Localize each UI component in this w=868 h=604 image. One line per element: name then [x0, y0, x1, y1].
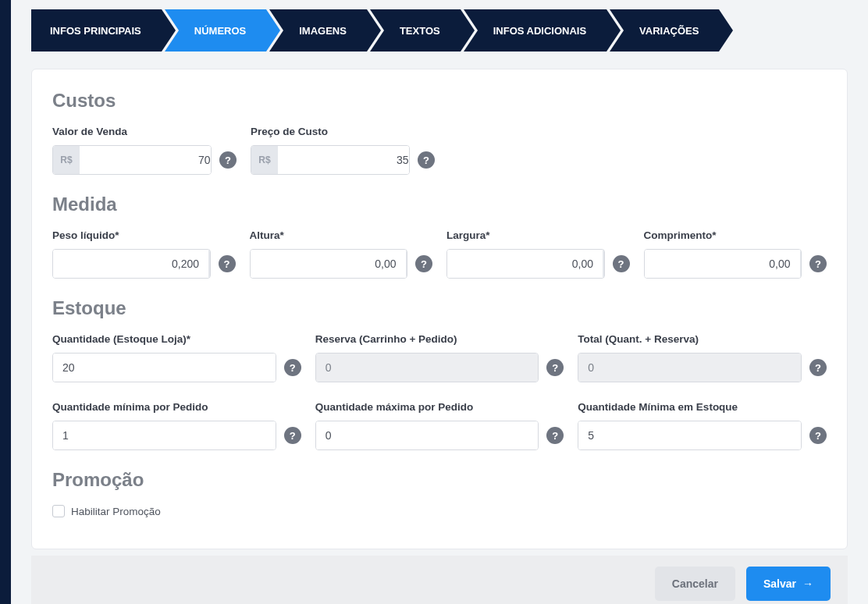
section-title-promocao: Promoção — [52, 469, 827, 491]
save-button[interactable]: Salvar → — [746, 567, 831, 601]
help-icon[interactable]: ? — [284, 359, 301, 376]
cancel-button[interactable]: Cancelar — [655, 567, 735, 601]
input-qtd-max-pedido[interactable] — [316, 421, 539, 449]
input-largura[interactable] — [447, 250, 603, 278]
help-icon[interactable]: ? — [284, 427, 301, 444]
help-icon[interactable]: ? — [219, 151, 237, 169]
arrow-right-icon: → — [802, 577, 813, 590]
label-comprimento: Comprimento* — [644, 229, 827, 241]
step-numeros[interactable]: NÚMEROS — [165, 9, 266, 52]
help-icon[interactable]: ? — [613, 255, 630, 272]
input-total — [578, 354, 801, 382]
input-qtd-min-pedido[interactable] — [53, 421, 276, 449]
unit-suffix-kg: kg — [208, 250, 211, 278]
section-title-estoque: Estoque — [52, 297, 827, 319]
checkbox-habilitar-promocao[interactable]: Habilitar Promoção — [52, 505, 827, 517]
input-comprimento[interactable] — [645, 250, 800, 278]
help-icon[interactable]: ? — [418, 151, 435, 169]
help-icon[interactable]: ? — [219, 255, 236, 272]
help-icon[interactable]: ? — [546, 427, 564, 444]
label-quantidade: Quantidade (Estoque Loja)* — [52, 333, 301, 345]
checkbox-label: Habilitar Promoção — [71, 506, 161, 517]
step-textos[interactable]: TEXTOS — [370, 9, 461, 52]
label-peso: Peso líquido* — [52, 229, 236, 241]
input-quantidade[interactable] — [53, 354, 276, 382]
label-preco-custo: Preço de Custo — [251, 126, 435, 137]
label-qtd-max-pedido: Quantidade máxima por Pedido — [315, 401, 564, 413]
step-infos-principais[interactable]: INFOS PRINCIPAIS — [31, 9, 162, 52]
section-title-medida: Medida — [52, 194, 827, 215]
label-largura: Largura* — [446, 229, 630, 241]
currency-prefix: R$ — [53, 146, 80, 174]
input-preco-custo[interactable] — [278, 146, 410, 174]
label-valor-venda: Valor de Venda — [52, 126, 237, 137]
label-altura: Altura* — [250, 229, 433, 241]
form-footer: Cancelar Salvar → — [31, 556, 848, 604]
input-qtd-min-estoque[interactable] — [578, 421, 801, 449]
help-icon[interactable]: ? — [809, 255, 827, 272]
input-altura[interactable] — [251, 250, 406, 278]
currency-prefix: R$ — [251, 146, 278, 174]
unit-suffix-cm: cm — [800, 250, 802, 278]
form-card: Custos Valor de Venda R$ ? Preço de Cust… — [31, 69, 848, 549]
help-icon[interactable]: ? — [809, 359, 827, 376]
label-reserva: Reserva (Carrinho + Pedido) — [315, 333, 564, 345]
step-variacoes[interactable]: VARIAÇÕES — [610, 9, 719, 52]
section-title-custos: Custos — [52, 90, 827, 112]
input-valor-venda[interactable] — [80, 146, 212, 174]
unit-suffix-cm: cm — [603, 250, 605, 278]
form-stepper: INFOS PRINCIPAIS NÚMEROS IMAGENS TEXTOS … — [11, 9, 868, 69]
label-qtd-min-pedido: Quantidade mínima por Pedido — [52, 401, 301, 413]
step-imagens[interactable]: IMAGENS — [269, 9, 367, 52]
unit-suffix-cm: cm — [406, 250, 408, 278]
label-qtd-min-estoque: Quantidade Mínima em Estoque — [578, 401, 827, 413]
help-icon[interactable]: ? — [809, 427, 827, 444]
help-icon[interactable]: ? — [546, 359, 564, 376]
step-infos-adicionais[interactable]: INFOS ADICIONAIS — [464, 9, 607, 52]
label-total: Total (Quant. + Reserva) — [578, 333, 827, 345]
help-icon[interactable]: ? — [415, 255, 432, 272]
left-nav-strip — [0, 0, 11, 604]
checkbox-box[interactable] — [52, 505, 65, 517]
input-reserva — [316, 354, 539, 382]
input-peso[interactable] — [53, 250, 208, 278]
save-button-label: Salvar — [763, 577, 796, 590]
